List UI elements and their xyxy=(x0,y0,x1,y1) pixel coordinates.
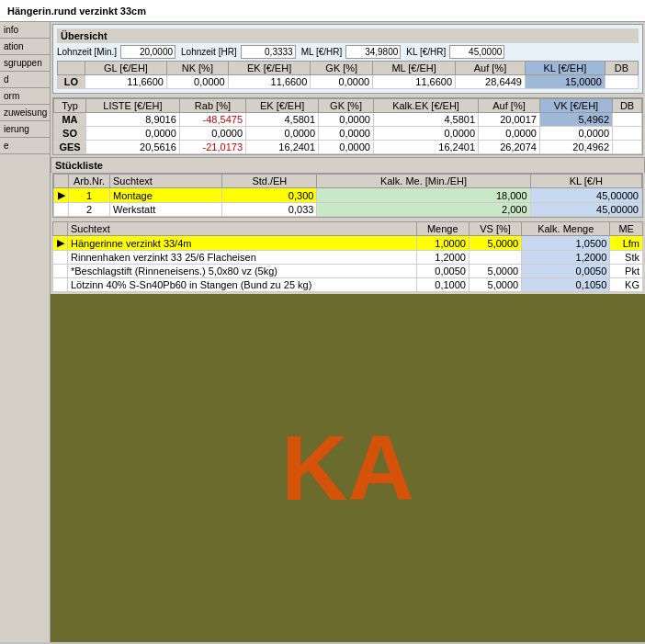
mat-row-1-me: Lfm xyxy=(610,236,643,251)
arb-row-1-suchtext: Montage xyxy=(110,188,222,203)
lo-ml: 11,6600 xyxy=(373,75,456,89)
ges-db xyxy=(613,141,642,154)
ma-auf: 20,0017 xyxy=(479,113,540,127)
mat-row-4-suchtext: Lötzinn 40% S-Sn40Pb60 in Stangen (Bund … xyxy=(68,278,417,292)
sidebar-item-e[interactable]: e xyxy=(0,138,50,154)
mat-row-2-vs xyxy=(469,251,521,265)
sidebar-item-info[interactable]: info xyxy=(0,22,50,39)
mat-row-4-kalk: 0,1050 xyxy=(522,278,610,292)
ma-gk: 0,0000 xyxy=(319,113,374,127)
ml-label: ML [€/HR] xyxy=(301,47,343,57)
so-db xyxy=(613,127,642,141)
mat-row-4[interactable]: Lötzinn 40% S-Sn40Pb60 in Stangen (Bund … xyxy=(53,278,643,292)
col-auf: Auf [%] xyxy=(456,62,526,75)
kl-input[interactable] xyxy=(449,45,504,59)
ges-gk: 0,0000 xyxy=(319,141,374,154)
col-kl-eh: KL [€/EH] xyxy=(525,62,605,75)
ma-vk: 5,4962 xyxy=(539,113,612,127)
mat-row-2[interactable]: Rinnenhaken verzinkt 33 25/6 Flacheisen … xyxy=(53,251,643,265)
mat-row-3[interactable]: *Beschlagstift (Rinneneisens.) 5,0x80 vz… xyxy=(53,265,643,278)
col-gk: GK [%] xyxy=(311,62,373,75)
ges-ek: 16,2401 xyxy=(246,141,319,154)
mat-row-3-menge: 0,0050 xyxy=(416,265,469,278)
ma-ek: 4,5801 xyxy=(246,113,319,127)
col-arb-nr: Arb.Nr. xyxy=(69,175,110,188)
ges-kalk-ek: 16,2401 xyxy=(373,141,478,154)
mat-row-1-arrow: ▶ xyxy=(53,236,68,251)
sidebar-item-ation[interactable]: ation xyxy=(0,39,50,55)
col-suchtext-arb: Suchtext xyxy=(110,175,222,188)
sidebar-item-orm[interactable]: orm xyxy=(0,88,50,105)
sidebar-item-sgruppen[interactable]: sgruppen xyxy=(0,55,50,72)
arb-row-2-arrow xyxy=(54,203,69,217)
arb-row-1[interactable]: ▶ 1 Montage 0,300 18,000 45,00000 xyxy=(54,188,642,203)
lohnzeit-min-input[interactable] xyxy=(120,45,175,59)
so-liste: 0,0000 xyxy=(86,127,180,141)
col-kl-arb: KL [€/H xyxy=(530,175,641,188)
arb-row-2-kl: 45,00000 xyxy=(530,203,641,217)
lohnzeit-hr-input[interactable] xyxy=(241,45,296,59)
arb-row-1-kalk: 18,000 xyxy=(317,188,530,203)
mat-row-1-kalk: 1,0500 xyxy=(522,236,610,251)
ka-text: KA xyxy=(281,415,413,521)
lo-row-label: LO xyxy=(58,75,85,89)
col-kalk-me: Kalk. Me. [Min./EH] xyxy=(317,175,530,188)
lo-gk: 0,0000 xyxy=(311,75,373,89)
title-bar: Hängerin.rund verzinkt 33cm xyxy=(0,0,645,22)
lo-table: GL [€/EH] NK [%] EK [€/EH] GK [%] ML [€/… xyxy=(57,61,639,89)
mat-row-2-menge: 1,2000 xyxy=(416,251,469,265)
mat-row-1-suchtext: Hängerinne verzinkt 33/4m xyxy=(68,236,417,251)
lo-ek: 11,6600 xyxy=(228,75,311,89)
mat-row-1[interactable]: ▶ Hängerinne verzinkt 33/4m 1,0000 5,000… xyxy=(53,236,643,251)
arb-row-1-arrow: ▶ xyxy=(54,188,69,203)
ma-label: MA xyxy=(54,113,86,127)
mat-row-4-arrow xyxy=(53,278,68,292)
sidebar-item-d[interactable]: d xyxy=(0,72,50,88)
so-gk: 0,0000 xyxy=(319,127,374,141)
col-menge: Menge xyxy=(416,222,469,236)
stuckliste-header: Stückliste xyxy=(51,157,645,173)
mat-row-1-menge: 1,0000 xyxy=(416,236,469,251)
arb-row-1-std: 0,300 xyxy=(222,188,317,203)
arb-row-1-kl: 45,00000 xyxy=(530,188,641,203)
lo-gl: 11,6600 xyxy=(85,75,167,89)
ubersicht-header: Übersicht xyxy=(57,28,639,43)
col-std-eh: Std./EH xyxy=(222,175,317,188)
so-vk: 0,0000 xyxy=(539,127,612,141)
so-ek: 0,0000 xyxy=(246,127,319,141)
mat-row-4-menge: 0,1000 xyxy=(416,278,469,292)
col-nk: NK [%] xyxy=(166,62,228,75)
lo-auf: 28,6449 xyxy=(456,75,526,89)
mat-row-2-me: Stk xyxy=(610,251,643,265)
arb-table: Arb.Nr. Suchtext Std./EH Kalk. Me. [Min.… xyxy=(53,174,642,217)
ges-auf: 26,2074 xyxy=(479,141,540,154)
mat-row-3-kalk: 0,0050 xyxy=(522,265,610,278)
mat-row-4-me: KG xyxy=(610,278,643,292)
so-auf: 0,0000 xyxy=(479,127,540,141)
ges-label: GES xyxy=(54,141,86,154)
kl-label: KL [€/HR] xyxy=(406,47,446,57)
arb-table-section: Arb.Nr. Suchtext Std./EH Kalk. Me. [Min.… xyxy=(52,173,643,218)
mat-table: Suchtext Menge VS [%] Kalk. Menge ME ▶ H… xyxy=(52,221,643,292)
col-kalk-menge: Kalk. Menge xyxy=(522,222,610,236)
mat-row-2-suchtext: Rinnenhaken verzinkt 33 25/6 Flacheisen xyxy=(68,251,417,265)
sidebar-item-ierung[interactable]: ierung xyxy=(0,121,50,138)
arb-row-2[interactable]: 2 Werkstatt 0,033 2,000 45,00000 xyxy=(54,203,642,217)
col-db: DB xyxy=(605,62,638,75)
arb-row-1-nr: 1 xyxy=(69,188,110,203)
arb-row-2-kalk: 2,000 xyxy=(317,203,530,217)
mat-row-3-suchtext: *Beschlagstift (Rinneneisens.) 5,0x80 vz… xyxy=(68,265,417,278)
ma-liste: 8,9016 xyxy=(86,113,180,127)
lohnzeit-min-label: Lohnzeit [Min.] xyxy=(57,47,117,57)
ma-kalk-ek: 4,5801 xyxy=(373,113,478,127)
sidebar-item-zuweisung[interactable]: zuweisung xyxy=(0,105,50,121)
ges-liste: 20,5616 xyxy=(86,141,180,154)
ml-input[interactable] xyxy=(345,45,401,59)
ma-rab: -48,5475 xyxy=(179,113,245,127)
mat-section: Suchtext Menge VS [%] Kalk. Menge ME ▶ H… xyxy=(52,221,643,292)
col-me: ME xyxy=(610,222,643,236)
mat-row-1-vs: 5,0000 xyxy=(469,236,521,251)
mat-row-3-me: Pkt xyxy=(610,265,643,278)
ka-section: KA xyxy=(51,294,645,642)
calc-table-section: Typ LISTE [€/EH] Rab [%] EK [€/EH] GK [%… xyxy=(52,97,643,155)
